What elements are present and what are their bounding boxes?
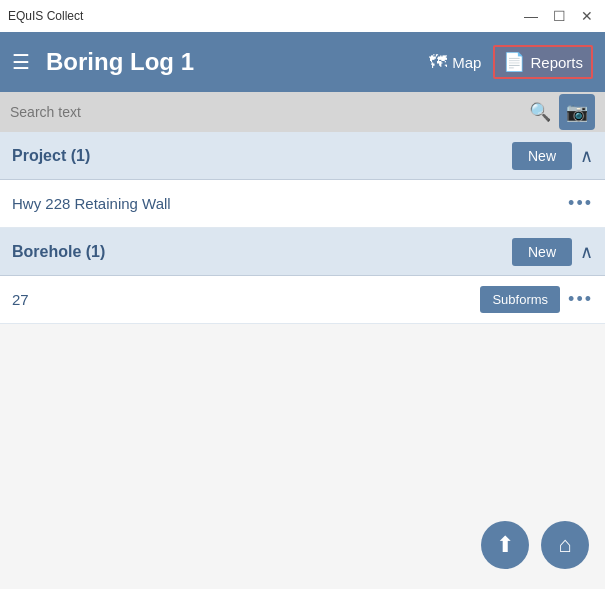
borehole-section-title: Borehole (1) [12, 243, 512, 261]
camera-button[interactable]: 📷 [559, 94, 595, 130]
reports-icon: 📄 [503, 51, 525, 73]
header-actions: 🗺 Map 📄 Reports [429, 45, 593, 79]
window-controls: — ☐ ✕ [521, 6, 597, 26]
borehole-section-header: Borehole (1) New ∧ [0, 228, 605, 276]
app-name-label: EQuIS Collect [8, 9, 521, 23]
close-button[interactable]: ✕ [577, 6, 597, 26]
home-button[interactable]: ⌂ [541, 521, 589, 569]
upload-button[interactable]: ⬆ [481, 521, 529, 569]
camera-icon: 📷 [566, 101, 588, 123]
borehole-new-button[interactable]: New [512, 238, 572, 266]
home-icon: ⌂ [558, 532, 571, 558]
project-new-button[interactable]: New [512, 142, 572, 170]
project-section-header: Project (1) New ∧ [0, 132, 605, 180]
borehole-list-item: 27 Subforms ••• [0, 276, 605, 324]
app-title: Boring Log 1 [46, 48, 419, 76]
map-label: Map [452, 54, 481, 71]
project-section-title: Project (1) [12, 147, 512, 165]
project-item-menu-button[interactable]: ••• [568, 193, 593, 214]
upload-icon: ⬆ [496, 532, 514, 558]
borehole-item-name: 27 [12, 291, 480, 308]
search-input[interactable] [10, 104, 521, 120]
map-button[interactable]: 🗺 Map [429, 52, 481, 73]
project-collapse-icon[interactable]: ∧ [580, 145, 593, 167]
app-header: ☰ Boring Log 1 🗺 Map 📄 Reports [0, 32, 605, 92]
reports-button[interactable]: 📄 Reports [493, 45, 593, 79]
borehole-collapse-icon[interactable]: ∧ [580, 241, 593, 263]
reports-label: Reports [530, 54, 583, 71]
project-item-name: Hwy 228 Retaining Wall [12, 195, 568, 212]
borehole-item-menu-button[interactable]: ••• [568, 289, 593, 310]
content-area: ⬆ ⌂ [0, 324, 605, 589]
subforms-button[interactable]: Subforms [480, 286, 560, 313]
hamburger-icon[interactable]: ☰ [12, 50, 30, 74]
title-bar: EQuIS Collect — ☐ ✕ [0, 0, 605, 32]
minimize-button[interactable]: — [521, 6, 541, 26]
bottom-actions: ⬆ ⌂ [481, 521, 589, 569]
maximize-button[interactable]: ☐ [549, 6, 569, 26]
map-icon: 🗺 [429, 52, 447, 73]
search-icon: 🔍 [529, 101, 551, 123]
project-list-item: Hwy 228 Retaining Wall ••• [0, 180, 605, 228]
search-bar: 🔍 📷 [0, 92, 605, 132]
